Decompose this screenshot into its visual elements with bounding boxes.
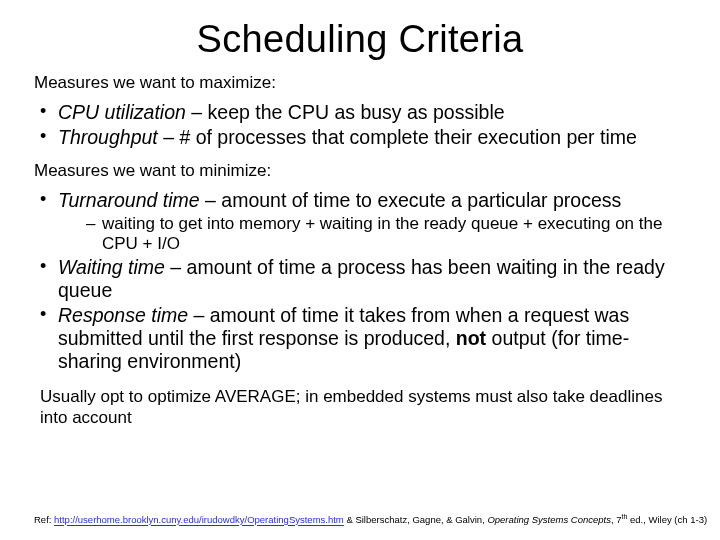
ref-tail: ed., Wiley (ch 1-3) [627, 515, 707, 526]
footer-note: Usually opt to optimize AVERAGE; in embe… [40, 387, 682, 428]
maximize-list: CPU utilization – keep the CPU as busy a… [40, 101, 686, 149]
slide: Scheduling Criteria Measures we want to … [0, 0, 720, 540]
maximize-label: Measures we want to maximize: [34, 73, 686, 93]
ref-book: Operating Systems Concepts [487, 515, 611, 526]
list-item: Turnaround time – amount of time to exec… [40, 189, 686, 254]
list-item: Throughput – # of processes that complet… [40, 126, 686, 149]
minimize-list: Turnaround time – amount of time to exec… [40, 189, 686, 373]
ref-prefix: Ref: [34, 515, 54, 526]
ref-mid: & Silberschatz, Gagne, & Galvin, [344, 515, 488, 526]
bullet-term: CPU utilization [58, 101, 186, 123]
bullet-term: Throughput [58, 126, 158, 148]
minimize-label: Measures we want to minimize: [34, 161, 686, 181]
bullet-desc: – # of processes that complete their exe… [158, 126, 637, 148]
bullet-bold: not [456, 327, 486, 349]
list-item: CPU utilization – keep the CPU as busy a… [40, 101, 686, 124]
bullet-term: Turnaround time [58, 189, 200, 211]
slide-title: Scheduling Criteria [34, 18, 686, 61]
ref-suffix: , 7 [611, 515, 622, 526]
bullet-term: Waiting time [58, 256, 165, 278]
bullet-term: Response time [58, 304, 188, 326]
reference-line: Ref: http://userhome.brooklyn.cuny.edu/i… [34, 513, 707, 526]
ref-link[interactable]: http://userhome.brooklyn.cuny.edu/irudow… [54, 515, 344, 526]
sub-list-item: waiting to get into memory + waiting in … [86, 214, 686, 254]
sub-list: waiting to get into memory + waiting in … [86, 214, 686, 254]
bullet-desc: – amount of time to execute a particular… [200, 189, 622, 211]
list-item: Response time – amount of time it takes … [40, 304, 686, 373]
list-item: Waiting time – amount of time a process … [40, 256, 686, 302]
bullet-desc: – keep the CPU as busy as possible [186, 101, 505, 123]
